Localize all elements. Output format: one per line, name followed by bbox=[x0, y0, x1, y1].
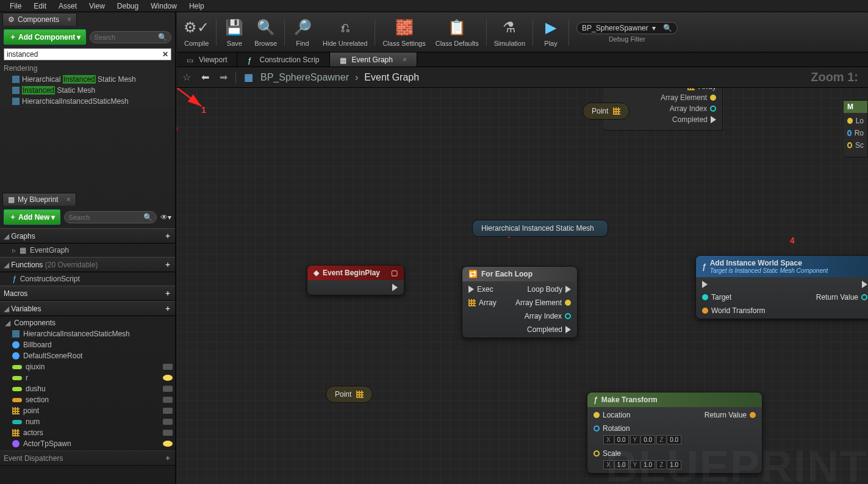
tree-constructionscript[interactable]: ƒConstructionScript bbox=[0, 273, 175, 284]
var-actors[interactable]: actors bbox=[0, 427, 175, 438]
components-search[interactable]: 🔍 bbox=[90, 31, 171, 43]
tab-construction[interactable]: ƒConstruction Scrip bbox=[237, 52, 329, 67]
graph-icon: ▦ bbox=[20, 246, 26, 255]
array-icon bbox=[613, 107, 620, 115]
mesh-icon bbox=[12, 76, 20, 83]
menu-bar[interactable]: File Edit Asset View Debug Window Help bbox=[0, 0, 868, 12]
add-component-button[interactable]: ＋ Add Component ▾ bbox=[4, 29, 86, 45]
event-icon: ◆ bbox=[314, 269, 319, 277]
node-foreachloop[interactable]: 🔁For Each Loop Exec Array Loop Body Arra… bbox=[462, 266, 578, 338]
graphs-section[interactable]: ◢ Graphs ＋ bbox=[0, 228, 175, 244]
menu-edit[interactable]: Edit bbox=[27, 0, 52, 12]
functions-section[interactable]: ◢ Functions (20 Overridable) ＋ bbox=[0, 257, 175, 272]
watermark: BLUEPRINT bbox=[606, 441, 868, 484]
plus-icon[interactable]: ＋ bbox=[164, 259, 171, 270]
tree-eventgraph[interactable]: ▹▦EventGraph bbox=[0, 245, 175, 256]
eye-icon[interactable] bbox=[163, 375, 173, 381]
menu-view[interactable]: View bbox=[83, 0, 111, 12]
menu-file[interactable]: File bbox=[4, 0, 27, 12]
var-actortospawn[interactable]: ActorTpSpawn bbox=[0, 438, 175, 449]
compile-button[interactable]: ⚙✓Compile bbox=[179, 15, 213, 49]
node-point-bottom[interactable]: Point bbox=[326, 386, 373, 403]
find-button[interactable]: 🔎Find bbox=[287, 15, 318, 49]
plus-icon[interactable]: ＋ bbox=[164, 231, 171, 241]
result-hism[interactable]: Hierarchical Instanced Static Mesh bbox=[0, 74, 175, 85]
menu-asset[interactable]: Asset bbox=[52, 0, 83, 12]
editor-tabs: ▭Viewport ƒConstruction Scrip ▦Event Gra… bbox=[177, 52, 868, 67]
favorite-icon[interactable]: ☆ bbox=[181, 71, 193, 84]
var-r[interactable]: r bbox=[0, 372, 175, 383]
search-icon[interactable]: 🔍 bbox=[663, 24, 672, 32]
array-icon bbox=[687, 88, 695, 90]
plus-icon[interactable]: ＋ bbox=[164, 303, 171, 314]
chevron-down-icon: ▾ bbox=[652, 24, 656, 32]
plus-icon[interactable]: ＋ bbox=[164, 288, 171, 298]
wires-layer bbox=[177, 88, 360, 179]
loop-icon: 🔁 bbox=[468, 270, 478, 278]
components-tab[interactable]: ⚙ Components × bbox=[2, 13, 77, 26]
component-filter[interactable]: ✕ bbox=[4, 48, 171, 60]
sphere-icon bbox=[12, 341, 20, 349]
toolbar: ⚙✓Compile 💾Save 🔍Browse 🔎Find ⎌Hide Unre… bbox=[177, 12, 868, 52]
simulation-button[interactable]: ⚗Simulation bbox=[489, 15, 530, 49]
components-group[interactable]: ◢ Components bbox=[0, 317, 175, 328]
component-filter-input[interactable] bbox=[7, 50, 162, 59]
tab-eventgraph[interactable]: ▦Event Graph× bbox=[330, 52, 417, 67]
var-point[interactable]: point bbox=[0, 405, 175, 416]
var-hism[interactable]: HierarchicalInstancedStaticMesh bbox=[0, 328, 175, 339]
breadcrumb-bp[interactable]: BP_SphereSpawner bbox=[260, 72, 349, 83]
clear-icon[interactable]: ✕ bbox=[162, 50, 168, 59]
breadcrumb-graph[interactable]: Event Graph bbox=[364, 72, 419, 83]
array-icon bbox=[12, 429, 20, 436]
add-new-button[interactable]: ＋ Add New ▾ bbox=[4, 209, 60, 225]
variables-section[interactable]: ◢ Variables ＋ bbox=[0, 301, 175, 316]
close-icon[interactable]: × bbox=[403, 56, 407, 64]
macros-section[interactable]: Macros ＋ bbox=[0, 286, 175, 301]
forward-button[interactable]: ➡ bbox=[217, 71, 229, 84]
result-hism-inst[interactable]: HierarchicalInstancedStaticMesh bbox=[0, 96, 175, 107]
annotation-4: 4 bbox=[790, 236, 795, 245]
save-button[interactable]: 💾Save bbox=[219, 15, 249, 49]
node-point-top[interactable]: Point bbox=[583, 103, 629, 120]
var-qiuxin[interactable]: qiuxin bbox=[0, 361, 175, 372]
eye-icon[interactable]: 👁▾ bbox=[160, 213, 171, 222]
hide-unrelated-button[interactable]: ⎌Hide Unrelated bbox=[318, 15, 372, 49]
top-make-ghost[interactable]: M Lo Ro Sc bbox=[844, 100, 868, 157]
var-defaultroot[interactable]: DefaultSceneRoot bbox=[0, 350, 175, 361]
class-defaults-button[interactable]: 📋Class Defaults bbox=[431, 15, 484, 49]
node-hism-ref[interactable]: Hierarchical Instanced Static Mesh bbox=[472, 220, 608, 237]
myblueprint-search[interactable]: 🔍 bbox=[64, 211, 157, 223]
var-billboard[interactable]: Billboard bbox=[0, 339, 175, 350]
node-addinstance[interactable]: ƒ Add Instance World Space Target is Ins… bbox=[695, 255, 868, 319]
graph-icon: ▦ bbox=[242, 71, 254, 84]
menu-help[interactable]: Help bbox=[183, 0, 210, 12]
plus-icon[interactable]: ＋ bbox=[164, 453, 171, 463]
search-icon: 🔍 bbox=[143, 213, 152, 222]
close-icon[interactable]: × bbox=[66, 195, 71, 204]
tab-viewport[interactable]: ▭Viewport bbox=[177, 52, 237, 67]
menu-debug[interactable]: Debug bbox=[111, 0, 145, 12]
menu-window[interactable]: Window bbox=[145, 0, 183, 12]
var-section[interactable]: section bbox=[0, 394, 175, 405]
annotation-1: 1 bbox=[201, 105, 206, 115]
var-num[interactable]: num bbox=[0, 416, 175, 427]
components-search-input[interactable] bbox=[94, 34, 158, 41]
play-button[interactable]: ▶Play bbox=[536, 15, 566, 49]
myblueprint-tab[interactable]: ▦ My Blueprint × bbox=[2, 193, 76, 206]
myblueprint-search-input[interactable] bbox=[68, 214, 143, 221]
dispatchers-section[interactable]: Event Dispatchers ＋ bbox=[0, 450, 175, 466]
back-button[interactable]: ⬅ bbox=[199, 71, 211, 84]
result-ism[interactable]: Instanced Static Mesh bbox=[0, 85, 175, 96]
node-beginplay[interactable]: ◆Event BeginPlay▢ bbox=[307, 265, 404, 295]
left-column: ⚙ Components × ＋ Add Component ▾ 🔍 ✕ Ren… bbox=[0, 12, 176, 484]
var-dushu[interactable]: dushu bbox=[0, 383, 175, 394]
pill-icon bbox=[12, 387, 22, 391]
debug-object-select[interactable]: BP_SphereSpawner▾ 🔍 bbox=[576, 22, 678, 34]
graph-canvas[interactable]: 1 2 3 4 Array Array Element Array Index … bbox=[177, 88, 868, 484]
close-icon[interactable]: × bbox=[67, 15, 71, 24]
array-icon bbox=[12, 407, 20, 414]
class-settings-button[interactable]: 🧱Class Settings bbox=[378, 15, 430, 49]
eye-icon[interactable] bbox=[163, 441, 173, 447]
browse-button[interactable]: 🔍Browse bbox=[249, 15, 282, 49]
browse-icon: 🔍 bbox=[256, 17, 276, 38]
